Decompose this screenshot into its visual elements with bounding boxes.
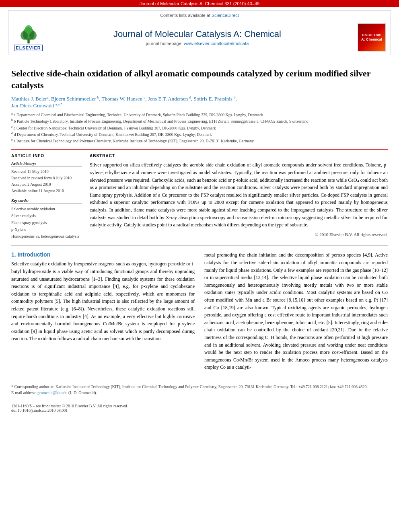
introduction-section: 1. Introduction Selective catalytic oxid… [11,251,388,374]
article-body: Selective side-chain oxidation of alkyl … [0,58,399,400]
keyword-2: Silver catalysis [11,212,82,219]
journal-title-block: Journal of Molecular Catalysis A: Chemic… [43,29,351,46]
section-title-text: Introduction [18,251,51,258]
catalysis-logo: CATALYSISA: Chemical [358,23,386,51]
affil-a: a a Department of Chemical and Biochemic… [11,111,388,118]
catalysis-logo-box: CATALYSISA: Chemical [358,23,386,51]
elsevier-wordmark: ELSEVIER [14,45,42,51]
accepted-date: Accepted 2 August 2010 [11,181,82,188]
svg-point-4 [25,25,32,34]
intro-left-col: 1. Introduction Selective catalytic oxid… [11,251,195,374]
footnote-area: * Corresponding author at: Karlsruhe Ins… [11,381,388,396]
affil-b: b b Particle Technology Laboratory, Inst… [11,118,388,124]
homepage-label: journal homepage: [146,41,183,46]
section-divider [11,245,388,246]
sciencedirect-link[interactable]: ScienceDirect [212,13,239,18]
author-matthias: Matthias J. Beiera, Bjoern Schimmoeller … [11,96,237,102]
journal-title: Journal of Molecular Catalysis A: Chemic… [43,29,351,39]
received-date: Received 11 May 2010 [11,168,82,175]
revised-date: Received in revised form 8 July 2010 [11,175,82,181]
journal-homepage: journal homepage: www.elsevier.com/locat… [43,41,351,46]
article-info-abstract: ARTICLE INFO Article history: Received 1… [11,149,388,240]
abstract-text: Silver supported on silica effectively c… [90,161,388,228]
intro-para-right: metal promoting the chain initiation and… [204,251,388,371]
keyword-1: Selective aerobic oxidation [11,205,82,212]
email-label: E-mail address: [11,390,36,395]
intro-para-1: Selective catalytic oxidation by inexpen… [11,260,195,343]
sciencedirect-bar: Contents lists available at ScienceDirec… [8,11,391,20]
contents-text: Contents lists available at [160,13,210,18]
keywords-list: Selective aerobic oxidation Silver catal… [11,205,82,240]
copyright: © 2010 Elsevier B.V. All rights reserved… [90,232,388,237]
authors-line: Matthias J. Beiera, Bjoern Schimmoeller … [11,95,388,109]
catalysis-logo-text: CATALYSISA: Chemical [361,33,382,42]
intro-left-text: Selective catalytic oxidation by inexpen… [11,260,195,343]
journal-reference-bar: Journal of Molecular Catalysis A: Chemic… [0,0,399,7]
intro-heading: 1. Introduction [11,251,195,258]
intro-right-col: metal promoting the chain initiation and… [204,251,388,374]
affil-d: d d Department of Chemistry, Technical U… [11,131,388,138]
journal-reference: Journal of Molecular Catalysis A: Chemic… [140,1,259,6]
article-title: Selective side-chain oxidation of alkyl … [11,68,388,91]
author-jan: Jan-Dierk Grunwald a,e,* [11,103,62,109]
keyword-5: Homogeneous vs. heterogeneous catalysis [11,233,82,240]
email-suffix: (J.-D. Grunwald). [68,390,97,395]
intro-right-text: metal promoting the chain initiation and… [204,251,388,371]
affil-c: c c Center for Electron Nanoscopy, Techn… [11,125,388,131]
email-line: E-mail address: grunwald@kit.edu (J.-D. … [11,390,388,396]
abstract-title: ABSTRACT [90,154,388,158]
journal-header: Contents lists available at ScienceDirec… [8,10,391,55]
bottom-bar: 1381-1169/$ – see front matter © 2010 El… [0,404,399,413]
keywords-title: Keywords: [11,198,82,204]
keyword-3: Flame spray pyrolysis [11,219,82,226]
article-history-title: Article history: [11,161,82,167]
doi-line: doi:10.1016/j.molcata.2010.08.001 [11,408,388,413]
keyword-4: p-Xylene [11,226,82,233]
article-info-title: ARTICLE INFO [11,154,82,158]
elsevier-tree-icon [16,24,41,44]
journal-header-content: ELSEVIER Journal of Molecular Catalysis … [8,20,391,55]
homepage-link[interactable]: www.elsevier.com/locate/molcata [184,41,249,46]
email-link[interactable]: grunwald@kit.edu [37,390,67,395]
abstract-section: ABSTRACT Silver supported on silica effe… [90,154,388,240]
elsevier-logo: ELSEVIER [13,24,43,51]
affiliations: a a Department of Chemical and Biochemic… [11,111,388,144]
online-date: Available online 11 August 2010 [11,188,82,194]
section-number: 1. [11,251,16,258]
corresponding-author-note: * Corresponding author at: Karlsruhe Ins… [11,384,388,390]
issn-line: 1381-1169/$ – see front matter © 2010 El… [11,404,388,408]
affil-e: e e Institute for Chemical Technology an… [11,138,388,144]
article-info-column: ARTICLE INFO Article history: Received 1… [11,154,82,240]
